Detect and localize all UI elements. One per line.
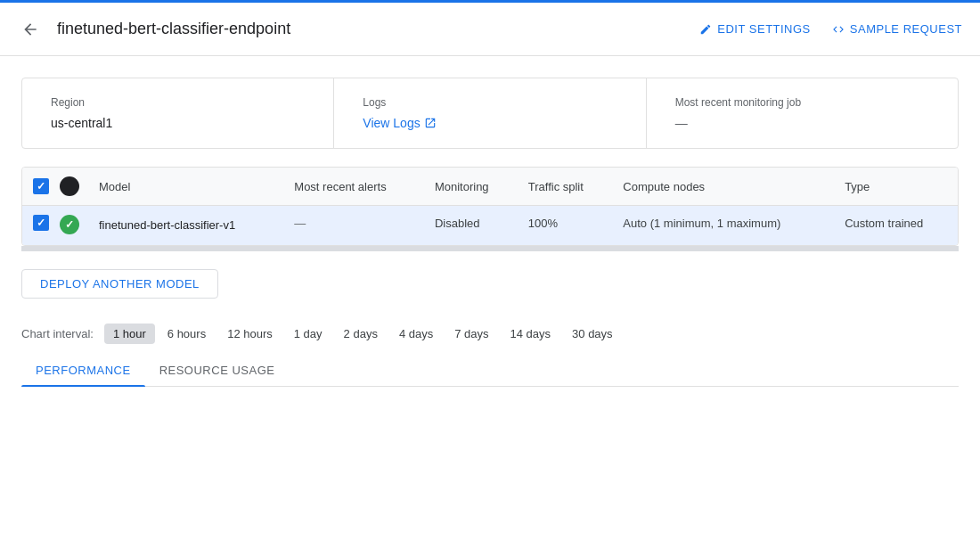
row-checkbox[interactable] xyxy=(33,215,49,231)
model-name: finetuned-bert-classifier-v1 xyxy=(99,217,273,234)
sample-request-button[interactable]: SAMPLE REQUEST xyxy=(832,22,962,36)
interval-btn-1-hour[interactable]: 1 hour xyxy=(104,324,155,344)
th-type: Type xyxy=(834,168,958,206)
row-monitoring-cell: Disabled xyxy=(424,206,518,245)
monitoring-value: Disabled xyxy=(435,217,480,230)
th-model: Model xyxy=(88,168,283,206)
status-circle-icon xyxy=(60,176,79,196)
deploy-section: DEPLOY ANOTHER MODEL xyxy=(21,269,959,299)
row-traffic-cell: 100% xyxy=(518,206,613,245)
interval-buttons: 1 hour6 hours12 hours1 day2 days4 days7 … xyxy=(104,324,622,344)
region-section: Region us-central1 xyxy=(22,78,333,148)
table-row: finetuned-bert-classifier-v1 — Disabled … xyxy=(22,206,958,245)
info-panel: Region us-central1 Logs View Logs Most r… xyxy=(21,78,959,149)
row-compute-cell: Auto (1 minimum, 1 maximum) xyxy=(612,206,834,245)
interval-btn-1-day[interactable]: 1 day xyxy=(285,324,331,344)
region-value: us-central1 xyxy=(51,116,305,130)
th-monitoring: Monitoring xyxy=(424,168,518,206)
interval-btn-2-days[interactable]: 2 days xyxy=(335,324,387,344)
back-button[interactable] xyxy=(18,17,43,42)
header-checkbox[interactable] xyxy=(33,178,49,194)
edit-settings-label: EDIT SETTINGS xyxy=(717,22,811,36)
interval-btn-7-days[interactable]: 7 days xyxy=(445,324,497,344)
table-header-row: Model Most recent alerts Monitoring Traf… xyxy=(22,168,958,206)
code-icon xyxy=(832,23,845,36)
region-label: Region xyxy=(51,96,305,109)
status-green-icon xyxy=(60,215,79,234)
page-title: finetuned-bert-classifier-endpoint xyxy=(57,20,699,38)
interval-btn-30-days[interactable]: 30 days xyxy=(563,324,622,344)
logs-label: Logs xyxy=(363,96,617,109)
sample-request-label: SAMPLE REQUEST xyxy=(850,22,962,36)
row-model-cell: finetuned-bert-classifier-v1 xyxy=(88,206,283,245)
logs-section: Logs View Logs xyxy=(333,78,645,148)
th-alerts: Most recent alerts xyxy=(283,168,424,206)
view-logs-label: View Logs xyxy=(363,116,420,130)
chart-interval-section: Chart interval: 1 hour6 hours12 hours1 d… xyxy=(21,324,959,344)
tab-buttons: PERFORMANCERESOURCE USAGE xyxy=(21,355,289,386)
row-status-cell xyxy=(56,206,88,245)
chart-interval-label: Chart interval: xyxy=(21,327,94,340)
pencil-icon xyxy=(699,23,712,36)
models-table: Model Most recent alerts Monitoring Traf… xyxy=(22,168,958,245)
th-status xyxy=(56,168,88,206)
deploy-another-model-button[interactable]: DEPLOY ANOTHER MODEL xyxy=(21,269,218,299)
type-value: Custom trained xyxy=(845,217,923,230)
monitoring-value: — xyxy=(675,116,929,130)
monitoring-section: Most recent monitoring job — xyxy=(646,78,958,148)
horizontal-scrollbar[interactable] xyxy=(21,246,959,251)
view-logs-link[interactable]: View Logs xyxy=(363,116,617,130)
compute-value: Auto (1 minimum, 1 maximum) xyxy=(623,217,780,230)
tab-performance[interactable]: PERFORMANCE xyxy=(21,355,145,386)
external-link-icon xyxy=(424,117,437,129)
alerts-value: — xyxy=(294,217,306,230)
row-alerts-cell: — xyxy=(283,206,424,245)
interval-btn-6-hours[interactable]: 6 hours xyxy=(159,324,215,344)
tabs-section: PERFORMANCERESOURCE USAGE xyxy=(21,355,959,387)
tab-resource-usage[interactable]: RESOURCE USAGE xyxy=(145,355,290,386)
interval-btn-14-days[interactable]: 14 days xyxy=(502,324,560,344)
th-traffic: Traffic split xyxy=(518,168,613,206)
th-checkbox xyxy=(22,168,56,206)
th-compute: Compute nodes xyxy=(612,168,834,206)
interval-btn-12-hours[interactable]: 12 hours xyxy=(218,324,282,344)
interval-btn-4-days[interactable]: 4 days xyxy=(390,324,442,344)
edit-settings-button[interactable]: EDIT SETTINGS xyxy=(699,22,811,36)
traffic-value: 100% xyxy=(528,217,558,230)
row-type-cell: Custom trained xyxy=(834,206,958,245)
monitoring-label: Most recent monitoring job xyxy=(675,96,929,109)
top-bar: finetuned-bert-classifier-endpoint EDIT … xyxy=(0,3,980,56)
top-actions: EDIT SETTINGS SAMPLE REQUEST xyxy=(699,22,962,36)
models-table-container: Model Most recent alerts Monitoring Traf… xyxy=(21,167,959,246)
row-checkbox-cell[interactable] xyxy=(22,206,56,245)
